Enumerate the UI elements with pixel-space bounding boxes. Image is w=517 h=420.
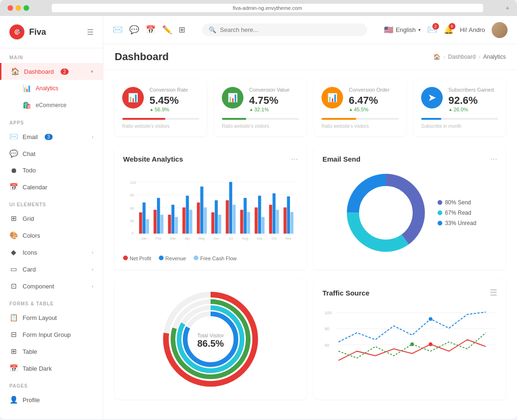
traffic-menu-button[interactable]: ☰	[490, 288, 497, 298]
chat-icon: 💬	[9, 149, 18, 158]
mail-notification[interactable]: ✉️ 2	[427, 25, 437, 35]
home-breadcrumb-icon[interactable]: 🏠	[433, 54, 440, 60]
breadcrumb: 🏠 › Dashboard › Analytics	[433, 54, 506, 60]
sidebar-item-table[interactable]: ⊞ Table	[0, 343, 103, 360]
svg-rect-33	[247, 212, 250, 233]
svg-rect-31	[240, 210, 243, 233]
sidebar-item-analytics[interactable]: 📊 Analytics	[0, 80, 103, 97]
sidebar-item-form-layout[interactable]: 📋 Form Layout	[0, 309, 103, 326]
donut-chart-svg	[344, 171, 428, 255]
sidebar-item-form-input[interactable]: ⊟ Form Input Group	[0, 326, 103, 343]
svg-rect-34	[255, 208, 258, 234]
chart-title: Email Send	[322, 155, 360, 163]
sidebar-item-label: Colors	[23, 232, 40, 239]
message-icon[interactable]: 💬	[129, 25, 139, 35]
new-tab-button[interactable]: +	[506, 4, 509, 12]
sidebar-item-email[interactable]: ✉️ Email 3 ‹	[0, 128, 103, 145]
total-visitor-card: Total Visitor 86.5%	[115, 279, 306, 399]
avatar[interactable]	[492, 22, 508, 38]
sidebar-item-grid[interactable]: ⊞ Grid	[0, 210, 103, 227]
email-badge: 3	[45, 134, 53, 140]
ecommerce-icon: 🛍️	[23, 101, 31, 109]
traffic-source-card: Traffic Source ☰ 100 80 60	[314, 279, 506, 399]
traffic-chart-svg: 100 80 60	[322, 304, 497, 375]
search-input[interactable]	[220, 26, 360, 33]
home-icon: 🏠	[11, 67, 19, 76]
stat-value: 4.75%	[249, 94, 299, 107]
avatar-image	[492, 22, 508, 38]
legend-revenue: Revenue	[159, 256, 186, 261]
stat-sub: Subscribe in month	[421, 124, 498, 129]
email-send-card: Email Send ···	[314, 146, 506, 270]
svg-rect-12	[146, 219, 149, 234]
sidebar-item-ecommerce[interactable]: 🛍️ eCommerce	[0, 97, 103, 114]
conversion-value-icon: 📊	[222, 87, 243, 109]
sidebar-item-card[interactable]: ▭ Card ‹	[0, 261, 103, 278]
calendar-header-icon[interactable]: 📅	[146, 25, 156, 35]
stat-change: 26.0%	[448, 107, 498, 112]
minimize-dot[interactable]	[16, 5, 21, 11]
sidebar-item-label: Analytics	[36, 85, 58, 92]
sidebar-item-table-dark[interactable]: 📅 Table Dark	[0, 360, 103, 377]
svg-text:May: May	[199, 236, 205, 241]
svg-rect-29	[229, 182, 232, 233]
svg-rect-38	[273, 194, 275, 234]
sidebar-item-todo[interactable]: ⏺ Todo	[0, 162, 103, 179]
svg-rect-32	[243, 198, 246, 233]
sidebar-item-colors[interactable]: 🎨 Colors	[0, 227, 103, 244]
analytics-icon: 📊	[23, 84, 31, 93]
content-area: 📊 Conversion Rate 5.45% 56.9% Ratio webs…	[103, 70, 517, 419]
edit-icon[interactable]: ✏️	[162, 25, 172, 35]
svg-text:Oct: Oct	[271, 236, 276, 241]
search-box[interactable]: 🔍	[202, 23, 367, 36]
chevron-left-icon: ‹	[92, 283, 94, 289]
sidebar-item-label: Profile	[23, 397, 40, 404]
svg-rect-15	[160, 215, 163, 233]
sidebar-item-label: Chat	[23, 150, 35, 157]
send-label: 80% Send	[445, 199, 471, 206]
svg-rect-42	[290, 212, 293, 233]
sidebar-item-dashboard[interactable]: 🏠 Dashboard 2 ▾	[0, 63, 103, 80]
mail-icon[interactable]: ✉️	[113, 25, 123, 35]
apps-icon[interactable]: ⊞	[179, 25, 185, 35]
sidebar-item-profile[interactable]: 👤 Profile	[0, 391, 103, 408]
url-bar[interactable]: fiva-admin-ng.envytheme.com	[52, 4, 483, 12]
stat-change: 32.1%	[249, 107, 299, 112]
sidebar-item-label: Card	[23, 266, 36, 273]
chart-menu-button[interactable]: ···	[291, 154, 298, 164]
grid-icon: ⊞	[9, 214, 18, 223]
charts-row: Website Analytics ··· 120 90 60 30 0	[115, 146, 506, 270]
svg-rect-26	[215, 200, 218, 233]
browser-chrome: fiva-admin-ng.envytheme.com +	[0, 0, 517, 16]
header-right: 🇺🇸 English ▾ ✉️ 2 🔔 6 Hi! Andro	[384, 22, 508, 38]
section-apps: APPS	[0, 114, 103, 128]
chart-legend: Net Profit Revenue Free Cash Flow	[123, 256, 298, 261]
stat-value: 92.6%	[448, 94, 498, 107]
sidebar-item-chat[interactable]: 💬 Chat	[0, 145, 103, 162]
browser-dots	[8, 5, 29, 11]
bell-notification[interactable]: 🔔 6	[444, 25, 454, 35]
svg-rect-11	[142, 202, 145, 233]
legend-free-cash: Free Cash Flow	[194, 256, 237, 261]
stat-change: 56.9%	[149, 107, 199, 112]
sidebar-item-calendar[interactable]: 📅 Calendar	[0, 179, 103, 195]
sidebar-item-icons[interactable]: ◆ Icons ‹	[0, 244, 103, 261]
close-dot[interactable]	[8, 5, 13, 11]
read-dot	[438, 210, 442, 215]
language-selector[interactable]: 🇺🇸 English ▾	[384, 25, 421, 34]
read-label: 67% Read	[445, 210, 471, 216]
maximize-dot[interactable]	[24, 5, 29, 11]
breadcrumb-dashboard: Dashboard	[448, 54, 476, 60]
stat-card-conversion-order: 📊 Conversion Order 6.47% 45.5% Ratio web…	[314, 79, 406, 136]
chart-header: Website Analytics ···	[123, 154, 298, 164]
hamburger-menu[interactable]: ☰	[87, 28, 94, 37]
chart-menu-button[interactable]: ···	[490, 154, 497, 164]
sidebar-item-component[interactable]: ⊡ Component ‹	[0, 278, 103, 295]
unread-label: 33% Unread	[445, 220, 477, 226]
traffic-title: Traffic Source	[322, 289, 369, 297]
svg-text:Mar: Mar	[170, 236, 176, 241]
svg-rect-18	[175, 217, 178, 234]
sidebar-item-label: Calendar	[23, 184, 47, 191]
svg-rect-24	[204, 208, 206, 234]
colors-icon: 🎨	[9, 231, 18, 240]
